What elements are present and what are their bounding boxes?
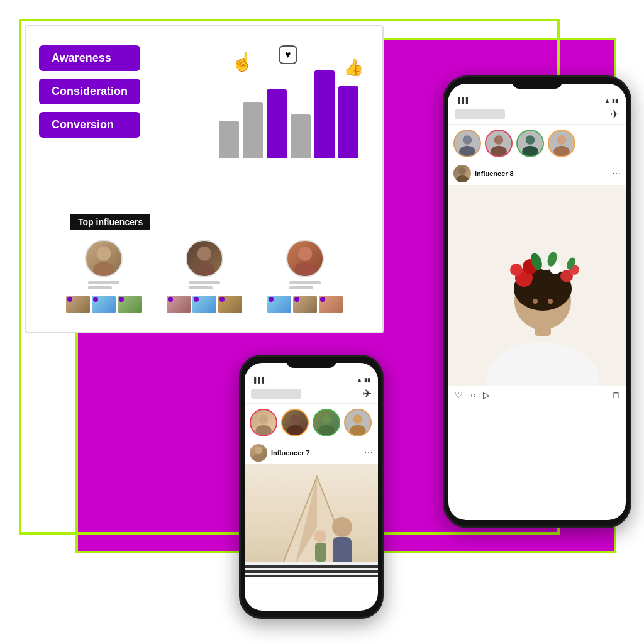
svg-rect-21: [315, 543, 326, 562]
share-icon[interactable]: ▷: [483, 390, 490, 400]
svg-point-4: [298, 247, 312, 260]
thumb-dot: [168, 297, 173, 302]
phone-right: ▐▐▐ ▲ ▮▮ ✈: [443, 75, 631, 528]
svg-point-7: [255, 425, 271, 435]
messenger-icon[interactable]: ✈: [362, 387, 372, 401]
influencer-col-3: [267, 240, 343, 313]
instagram-logo-right: [455, 109, 505, 119]
thumbnail: [118, 296, 142, 313]
thumb-dot: [93, 297, 98, 302]
svg-point-14: [255, 447, 262, 454]
phone-screen-right: ▐▐▐ ▲ ▮▮ ✈: [448, 84, 626, 520]
thumb-dot: [294, 297, 299, 302]
post-header-right: Influencer 8 ⋯: [448, 162, 626, 185]
influencer-2-text-lines: [189, 281, 220, 289]
post-image-right: [448, 185, 626, 386]
story-avatar-r2[interactable]: [485, 130, 513, 157]
wifi-icon-right: ▲: [604, 97, 610, 104]
story-avatar-1[interactable]: [250, 409, 277, 436]
post-dots-right[interactable]: ⋯: [612, 169, 621, 179]
signal-icon: ▐▐▐: [252, 377, 264, 383]
svg-point-35: [456, 175, 469, 182]
thumb-dot: [194, 297, 199, 302]
story-avatar-2[interactable]: [281, 409, 309, 436]
bar-5: [314, 70, 335, 158]
story-avatar-r4[interactable]: [548, 130, 575, 157]
story-avatar-r1[interactable]: [453, 130, 481, 157]
consideration-button[interactable]: Consideration: [39, 79, 140, 104]
post-avatar-left: [250, 444, 267, 462]
post-dots-left[interactable]: ⋯: [364, 448, 373, 458]
svg-rect-56: [539, 316, 542, 326]
post-image-left: [245, 464, 378, 577]
text-line: [189, 281, 220, 284]
post-image-svg: [245, 464, 378, 577]
text-line: [189, 286, 213, 289]
svg-point-29: [491, 146, 506, 156]
svg-point-15: [252, 455, 265, 462]
thumb-dot: [119, 297, 124, 302]
svg-point-3: [194, 262, 215, 276]
influencer-col-2: [167, 240, 242, 313]
influencer-2-thumbnails: [167, 296, 242, 313]
bookmark-icon[interactable]: ⊓: [613, 390, 619, 400]
instagram-header-right: ✈: [448, 105, 626, 125]
like-icon[interactable]: ♡: [455, 390, 463, 400]
svg-point-26: [463, 135, 472, 145]
conversion-button[interactable]: Conversion: [39, 112, 140, 138]
svg-point-8: [291, 414, 300, 424]
text-line: [88, 286, 112, 289]
thumbnail: [167, 296, 191, 313]
influencer-3-thumbnails: [267, 296, 343, 313]
story-avatar-r3[interactable]: [516, 130, 544, 157]
bar-6: [338, 86, 358, 158]
svg-rect-25: [245, 575, 378, 577]
svg-point-20: [314, 530, 326, 543]
post-avatar-right: [453, 165, 471, 182]
story-avatar-3[interactable]: [313, 409, 340, 436]
influencer-3-text-lines: [289, 281, 321, 289]
stories-row-left: [245, 404, 378, 441]
svg-rect-55: [535, 317, 538, 327]
text-line: [289, 286, 313, 289]
svg-point-1: [93, 262, 114, 276]
thumb-dot: [67, 297, 72, 302]
svg-point-6: [259, 414, 269, 424]
phone-screen-left: ▐▐▐ ▲ ▮▮ ✈: [245, 363, 378, 611]
signal-icon-right: ▐▐▐: [456, 97, 468, 104]
svg-point-52: [548, 299, 553, 304]
svg-point-27: [459, 146, 475, 156]
svg-point-0: [97, 247, 111, 260]
svg-point-51: [533, 299, 538, 304]
thumbsup-icon: 👍: [343, 58, 364, 77]
influencer-avatar-1: [85, 240, 123, 277]
svg-rect-23: [245, 565, 378, 568]
svg-point-32: [557, 135, 567, 145]
messenger-icon-right[interactable]: ✈: [610, 108, 619, 121]
thumbnail: [319, 296, 343, 313]
action-row-right: ♡ ○ ▷ ⊓: [448, 386, 626, 404]
awareness-button[interactable]: Awareness: [39, 45, 140, 71]
svg-point-13: [350, 425, 365, 435]
svg-point-5: [294, 262, 316, 276]
svg-point-31: [522, 146, 538, 156]
bar-1: [219, 121, 239, 158]
text-line: [88, 281, 119, 284]
comment-icon[interactable]: ○: [470, 390, 475, 400]
influencer-col-1: [66, 240, 142, 313]
story-avatar-4[interactable]: [344, 409, 372, 436]
svg-point-10: [322, 414, 331, 424]
post-username-left: Influencer 7: [271, 449, 360, 457]
battery-icon-right: ▮▮: [612, 97, 618, 104]
wifi-icon: ▲: [357, 377, 362, 383]
click-icon: ☝: [231, 52, 253, 72]
influencer-1-text-lines: [88, 281, 119, 289]
svg-rect-24: [245, 570, 378, 573]
text-line: [289, 281, 321, 284]
thumbnail: [267, 296, 291, 313]
bar-chart-inner: [219, 58, 358, 158]
top-influencers-label: Top influencers: [70, 214, 150, 230]
phone-notch-left: [286, 357, 336, 368]
status-icons-right: ▲ ▮▮: [604, 97, 618, 104]
instagram-header-left: ✈: [245, 384, 378, 404]
